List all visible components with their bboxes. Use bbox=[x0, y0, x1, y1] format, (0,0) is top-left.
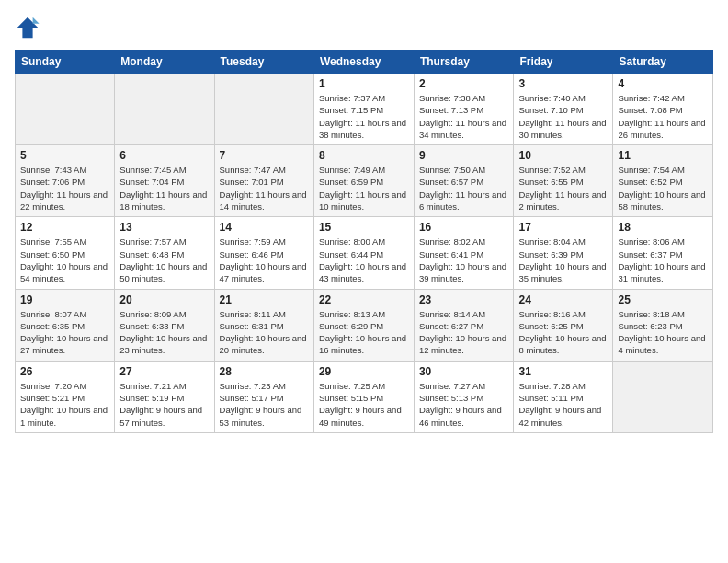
weekday-header: Friday bbox=[514, 51, 613, 74]
day-info: Sunrise: 7:25 AMSunset: 5:15 PMDaylight:… bbox=[319, 380, 409, 429]
daylight-text: Daylight: 10 hours and 54 minutes. bbox=[20, 260, 109, 285]
logo-icon bbox=[15, 15, 40, 40]
day-info: Sunrise: 7:42 AMSunset: 7:08 PMDaylight:… bbox=[618, 92, 708, 141]
sunset-text: Sunset: 6:50 PM bbox=[20, 248, 109, 260]
sunset-text: Sunset: 6:29 PM bbox=[319, 320, 409, 332]
calendar-cell: 8Sunrise: 7:49 AMSunset: 6:59 PMDaylight… bbox=[313, 145, 414, 217]
sunset-text: Sunset: 7:04 PM bbox=[119, 176, 209, 188]
sunset-text: Sunset: 5:11 PM bbox=[518, 392, 608, 404]
page: SundayMondayTuesdayWednesdayThursdayFrid… bbox=[0, 0, 728, 442]
day-info: Sunrise: 8:14 AMSunset: 6:27 PMDaylight:… bbox=[419, 308, 509, 357]
sunset-text: Sunset: 7:08 PM bbox=[618, 104, 708, 116]
calendar-cell: 15Sunrise: 8:00 AMSunset: 6:44 PMDayligh… bbox=[313, 217, 414, 289]
daylight-text: Daylight: 10 hours and 58 minutes. bbox=[618, 189, 708, 213]
calendar-week-row: 12Sunrise: 7:55 AMSunset: 6:50 PMDayligh… bbox=[16, 217, 713, 289]
sunrise-text: Sunrise: 7:57 AM bbox=[119, 236, 209, 247]
day-number: 5 bbox=[20, 149, 109, 162]
day-number: 23 bbox=[419, 293, 509, 306]
sunrise-text: Sunrise: 7:27 AM bbox=[419, 380, 509, 392]
day-info: Sunrise: 7:47 AMSunset: 7:01 PMDaylight:… bbox=[220, 164, 309, 213]
sunrise-text: Sunrise: 7:21 AM bbox=[119, 380, 209, 392]
daylight-text: Daylight: 9 hours and 53 minutes. bbox=[220, 404, 309, 429]
sunrise-text: Sunrise: 7:40 AM bbox=[518, 92, 608, 104]
calendar-table: SundayMondayTuesdayWednesdayThursdayFrid… bbox=[15, 50, 713, 433]
calendar-cell bbox=[613, 361, 713, 432]
sunset-text: Sunset: 6:41 PM bbox=[419, 248, 509, 260]
calendar-cell: 9Sunrise: 7:50 AMSunset: 6:57 PMDaylight… bbox=[414, 145, 514, 217]
calendar-cell: 30Sunrise: 7:27 AMSunset: 5:13 PMDayligh… bbox=[414, 361, 514, 432]
day-number: 26 bbox=[20, 365, 109, 378]
sunrise-text: Sunrise: 8:14 AM bbox=[419, 308, 509, 320]
sunset-text: Sunset: 7:01 PM bbox=[220, 176, 309, 188]
day-info: Sunrise: 8:09 AMSunset: 6:33 PMDaylight:… bbox=[119, 308, 209, 357]
sunrise-text: Sunrise: 7:54 AM bbox=[618, 164, 708, 176]
day-info: Sunrise: 7:21 AMSunset: 5:19 PMDaylight:… bbox=[119, 380, 209, 429]
day-number: 18 bbox=[618, 221, 708, 234]
weekday-header: Saturday bbox=[613, 51, 713, 74]
daylight-text: Daylight: 11 hours and 38 minutes. bbox=[319, 117, 409, 142]
calendar-cell: 11Sunrise: 7:54 AMSunset: 6:52 PMDayligh… bbox=[613, 145, 713, 217]
day-number: 9 bbox=[419, 149, 509, 162]
calendar-cell: 7Sunrise: 7:47 AMSunset: 7:01 PMDaylight… bbox=[214, 145, 313, 217]
sunset-text: Sunset: 6:52 PM bbox=[618, 176, 708, 188]
calendar-cell: 20Sunrise: 8:09 AMSunset: 6:33 PMDayligh… bbox=[115, 289, 214, 361]
day-number: 17 bbox=[518, 221, 608, 234]
sunset-text: Sunset: 7:15 PM bbox=[319, 104, 409, 116]
sunrise-text: Sunrise: 7:49 AM bbox=[319, 164, 409, 176]
daylight-text: Daylight: 11 hours and 30 minutes. bbox=[518, 117, 608, 142]
calendar-week-row: 1Sunrise: 7:37 AMSunset: 7:15 PMDaylight… bbox=[16, 74, 713, 145]
sunset-text: Sunset: 6:27 PM bbox=[419, 320, 509, 332]
calendar-cell: 31Sunrise: 7:28 AMSunset: 5:11 PMDayligh… bbox=[514, 361, 613, 432]
calendar-cell: 10Sunrise: 7:52 AMSunset: 6:55 PMDayligh… bbox=[514, 145, 613, 217]
daylight-text: Daylight: 11 hours and 14 minutes. bbox=[220, 189, 309, 213]
sunrise-text: Sunrise: 7:55 AM bbox=[20, 236, 109, 247]
sunrise-text: Sunrise: 8:09 AM bbox=[119, 308, 209, 320]
daylight-text: Daylight: 9 hours and 49 minutes. bbox=[319, 404, 409, 429]
day-number: 15 bbox=[319, 221, 409, 234]
calendar-cell bbox=[115, 74, 214, 145]
day-info: Sunrise: 7:59 AMSunset: 6:46 PMDaylight:… bbox=[220, 236, 309, 284]
calendar-cell: 21Sunrise: 8:11 AMSunset: 6:31 PMDayligh… bbox=[214, 289, 313, 361]
day-number: 19 bbox=[20, 293, 109, 306]
day-number: 7 bbox=[220, 149, 309, 162]
daylight-text: Daylight: 10 hours and 23 minutes. bbox=[119, 332, 209, 357]
calendar-cell: 16Sunrise: 8:02 AMSunset: 6:41 PMDayligh… bbox=[414, 217, 514, 289]
day-info: Sunrise: 8:11 AMSunset: 6:31 PMDaylight:… bbox=[220, 308, 309, 357]
calendar-cell: 24Sunrise: 8:16 AMSunset: 6:25 PMDayligh… bbox=[514, 289, 613, 361]
weekday-header: Monday bbox=[115, 51, 214, 74]
day-info: Sunrise: 8:02 AMSunset: 6:41 PMDaylight:… bbox=[419, 236, 509, 284]
svg-marker-1 bbox=[33, 17, 40, 24]
sunset-text: Sunset: 6:23 PM bbox=[618, 320, 708, 332]
calendar-cell bbox=[214, 74, 313, 145]
day-info: Sunrise: 7:52 AMSunset: 6:55 PMDaylight:… bbox=[518, 164, 608, 213]
calendar-cell: 13Sunrise: 7:57 AMSunset: 6:48 PMDayligh… bbox=[115, 217, 214, 289]
day-number: 30 bbox=[419, 365, 509, 378]
sunset-text: Sunset: 7:10 PM bbox=[518, 104, 608, 116]
calendar-cell: 5Sunrise: 7:43 AMSunset: 7:06 PMDaylight… bbox=[16, 145, 115, 217]
day-number: 31 bbox=[518, 365, 608, 378]
day-info: Sunrise: 7:49 AMSunset: 6:59 PMDaylight:… bbox=[319, 164, 409, 213]
sunset-text: Sunset: 5:15 PM bbox=[319, 392, 409, 404]
calendar-cell: 27Sunrise: 7:21 AMSunset: 5:19 PMDayligh… bbox=[115, 361, 214, 432]
day-number: 22 bbox=[319, 293, 409, 306]
sunset-text: Sunset: 6:55 PM bbox=[518, 176, 608, 188]
sunrise-text: Sunrise: 8:07 AM bbox=[20, 308, 109, 320]
daylight-text: Daylight: 11 hours and 18 minutes. bbox=[119, 189, 209, 213]
day-info: Sunrise: 8:07 AMSunset: 6:35 PMDaylight:… bbox=[20, 308, 109, 357]
day-info: Sunrise: 7:20 AMSunset: 5:21 PMDaylight:… bbox=[20, 380, 109, 429]
calendar-week-row: 26Sunrise: 7:20 AMSunset: 5:21 PMDayligh… bbox=[16, 361, 713, 432]
sunset-text: Sunset: 6:25 PM bbox=[518, 320, 608, 332]
sunrise-text: Sunrise: 8:11 AM bbox=[220, 308, 309, 320]
logo bbox=[15, 15, 44, 40]
day-number: 13 bbox=[119, 221, 209, 234]
header bbox=[15, 15, 713, 40]
calendar-cell: 29Sunrise: 7:25 AMSunset: 5:15 PMDayligh… bbox=[313, 361, 414, 432]
day-info: Sunrise: 7:40 AMSunset: 7:10 PMDaylight:… bbox=[518, 92, 608, 141]
weekday-header: Sunday bbox=[16, 51, 115, 74]
sunrise-text: Sunrise: 7:45 AM bbox=[119, 164, 209, 176]
daylight-text: Daylight: 11 hours and 22 minutes. bbox=[20, 189, 109, 213]
daylight-text: Daylight: 11 hours and 34 minutes. bbox=[419, 117, 509, 142]
calendar-cell: 2Sunrise: 7:38 AMSunset: 7:13 PMDaylight… bbox=[414, 74, 514, 145]
sunrise-text: Sunrise: 8:18 AM bbox=[618, 308, 708, 320]
day-number: 1 bbox=[319, 77, 409, 90]
